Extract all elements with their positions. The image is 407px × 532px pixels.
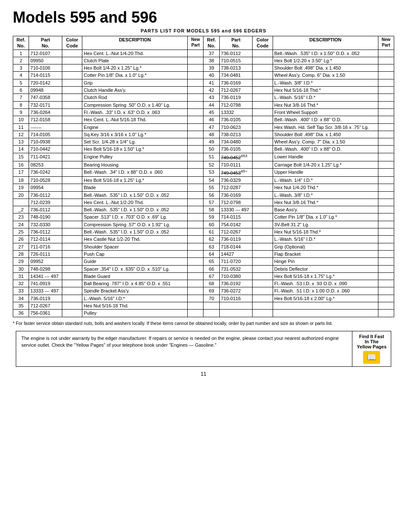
right-new xyxy=(378,153,394,161)
left-new xyxy=(188,72,204,79)
left-new xyxy=(188,250,204,257)
left-part: 726-0111 xyxy=(29,250,62,257)
right-desc: L.-Wash. 1/4" I.D.* xyxy=(273,176,378,184)
left-ref: 1 xyxy=(13,50,29,57)
left-new xyxy=(188,272,204,280)
right-new xyxy=(378,287,394,295)
right-desc: Hex Nut 5/16-18 Thd.* xyxy=(273,87,378,94)
right-part: 718-0144 xyxy=(219,243,252,250)
right-desc: Hex Bolt 5/16-18 x 2.00" Lg.* xyxy=(273,295,378,302)
left-part: 732-0330 xyxy=(29,221,62,228)
right-color xyxy=(253,101,273,108)
left-new xyxy=(188,213,204,221)
left-part: 13333 --- 497 xyxy=(29,287,62,295)
left-ref: 2 xyxy=(13,57,29,64)
left-new xyxy=(188,184,204,191)
left-ref: 19 xyxy=(13,184,29,191)
right-ref: 48 xyxy=(204,131,219,138)
left-ref: 7 xyxy=(13,94,29,101)
right-desc: Debris Deflector xyxy=(273,265,378,272)
right-new xyxy=(378,265,394,272)
right-ref: 57 xyxy=(204,199,219,206)
left-ref: 36 xyxy=(13,310,29,317)
left-color xyxy=(62,169,82,177)
right-new xyxy=(378,213,394,221)
left-color xyxy=(62,243,82,250)
left-desc: Grip xyxy=(82,79,188,86)
left-part: 710-0106 xyxy=(29,64,62,72)
right-desc xyxy=(273,310,378,317)
right-part xyxy=(219,302,252,310)
header-part: PartNo. xyxy=(29,36,62,50)
right-ref: 63 xyxy=(204,243,219,250)
left-desc: Compression Spring .57" O.D. x 1.92" Lg. xyxy=(82,221,188,228)
left-desc: Clutch Rod xyxy=(82,94,188,101)
left-ref: 3 xyxy=(13,64,29,72)
yellow-pages-icon: 📖 xyxy=(363,351,380,364)
right-part xyxy=(219,310,252,317)
left-part: 712-0239 xyxy=(29,199,62,206)
header-new2: NewPart xyxy=(378,36,394,50)
left-new xyxy=(188,310,204,317)
left-ref: 13 xyxy=(13,138,29,146)
left-desc: Hex Bolt 5/16-18 x 1.25" Lg.* xyxy=(82,176,188,184)
left-new xyxy=(188,221,204,228)
left-desc: Engine xyxy=(82,123,188,131)
right-ref: 44 xyxy=(204,101,219,108)
left-ref: 31 xyxy=(13,272,29,280)
right-ref: 53 xyxy=(204,169,219,177)
left-desc: Sq.Key 3/16 x 3/16 x 1.0" Lg.* xyxy=(82,131,188,138)
right-desc: Cotter Pin 1/8" Dia. x 1.0" Lg.* xyxy=(273,213,378,221)
left-ref: 34 xyxy=(13,295,29,302)
right-color xyxy=(253,280,273,287)
right-new xyxy=(378,243,394,250)
right-part: 710-0515 xyxy=(219,57,252,64)
left-ref: 29 xyxy=(13,258,29,265)
left-color xyxy=(62,94,82,101)
right-color xyxy=(253,310,273,317)
left-ref: 33 xyxy=(13,287,29,295)
right-color xyxy=(253,228,273,236)
left-new xyxy=(188,64,204,72)
right-desc: Hinge Pin xyxy=(273,258,378,265)
left-color xyxy=(62,176,82,184)
right-desc: Flap Bracket xyxy=(273,250,378,257)
right-desc: Front Wheel Support xyxy=(273,108,378,116)
left-ref xyxy=(13,199,29,206)
right-desc: L.-Wash. 3/8" I.D.* xyxy=(273,79,378,86)
right-new xyxy=(378,236,394,243)
left-part: 711-0716 xyxy=(29,243,62,250)
right-part: 749-045345~ xyxy=(219,169,252,177)
right-ref: 41 xyxy=(204,79,219,86)
left-color xyxy=(62,146,82,153)
right-color xyxy=(253,302,273,310)
right-ref: 40 xyxy=(204,72,219,79)
left-new xyxy=(188,87,204,94)
right-part: 736-0272 xyxy=(219,287,252,295)
right-new xyxy=(378,79,394,86)
right-color xyxy=(253,116,273,123)
right-desc: Grip (Optional) xyxy=(273,243,378,250)
left-color xyxy=(62,79,82,86)
right-desc: Hex Bolt 5/16-18 x 1.75" Lg.* xyxy=(273,272,378,280)
left-color xyxy=(62,272,82,280)
right-new xyxy=(378,101,394,108)
right-part: 738-0213 xyxy=(219,131,252,138)
right-new xyxy=(378,161,394,168)
right-part: 712-0798 xyxy=(219,199,252,206)
right-new xyxy=(378,206,394,213)
right-color xyxy=(253,123,273,131)
right-new xyxy=(378,250,394,257)
left-desc: Hex Castle Nut 1/2-20 Thd. xyxy=(82,236,188,243)
left-color xyxy=(62,213,82,221)
right-color xyxy=(253,199,273,206)
right-ref: 67 xyxy=(204,272,219,280)
right-desc: 3V-Belt 31.2" Lg. xyxy=(273,221,378,228)
left-new xyxy=(188,153,204,161)
header-part2: PartNo. xyxy=(219,36,252,50)
left-new xyxy=(188,206,204,213)
right-new xyxy=(378,199,394,206)
left-desc: Blade xyxy=(82,184,188,191)
left-part: 747-0358 xyxy=(29,94,62,101)
right-ref: 68 xyxy=(204,280,219,287)
